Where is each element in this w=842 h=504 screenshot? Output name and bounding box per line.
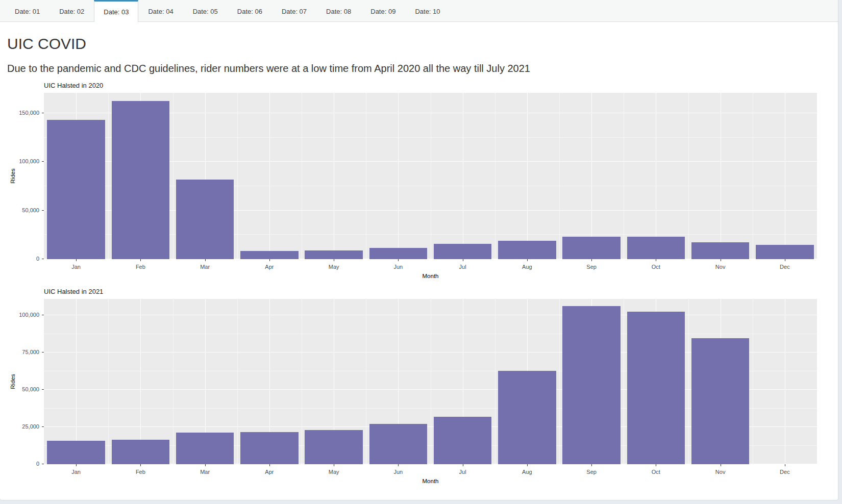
bar-sep xyxy=(562,306,621,464)
x-tick-label: Mar xyxy=(200,264,210,270)
bar-may xyxy=(305,430,363,464)
y-tick-label: 75,000 xyxy=(22,349,39,355)
gridline-vertical xyxy=(721,93,721,259)
bar-oct xyxy=(627,312,685,464)
y-tick-label: 50,000 xyxy=(22,387,39,392)
x-tick-label: Oct xyxy=(652,469,660,475)
tab-date-09[interactable]: Date: 09 xyxy=(361,0,405,21)
gridline-vertical-minor xyxy=(237,299,238,464)
x-tick-mark xyxy=(140,259,141,261)
gridline-vertical-minor xyxy=(688,93,689,259)
chart-uic-halsted-2021: UIC Halsted in 2021 Rides 025,00050,0007… xyxy=(7,288,831,485)
x-tick-label: Jun xyxy=(394,264,403,270)
x-tick-mark xyxy=(721,464,721,466)
gridline-vertical-minor xyxy=(495,299,496,464)
gridline-vertical-minor xyxy=(753,299,753,464)
gridline-vertical xyxy=(591,93,592,259)
gridline-vertical-minor xyxy=(302,299,302,464)
x-tick-mark xyxy=(398,259,399,261)
gridline-vertical-minor xyxy=(237,93,238,259)
plot-panel xyxy=(44,299,817,464)
gridline-vertical xyxy=(463,93,463,259)
x-tick-mark xyxy=(140,464,141,466)
x-tick-label: Oct xyxy=(652,264,660,270)
tab-bar: Date: 01Date: 02Date: 03Date: 04Date: 05… xyxy=(0,0,838,22)
x-tick-label: Dec xyxy=(780,469,790,475)
x-tick-mark xyxy=(269,259,270,261)
x-tick-label: Jun xyxy=(394,469,403,475)
x-tick-mark xyxy=(76,259,77,261)
x-tick-label: Jul xyxy=(459,469,466,475)
gridline-vertical-minor xyxy=(366,93,366,259)
x-tick-label: Feb xyxy=(136,469,145,475)
bar-dec xyxy=(756,245,814,259)
gridline-vertical-minor xyxy=(624,299,624,464)
chart-body: Rides 025,00050,00075,000100,000 JanFebM… xyxy=(7,299,817,485)
x-tick-label: May xyxy=(329,469,339,475)
gridline-vertical-minor xyxy=(495,93,496,259)
x-tick-mark xyxy=(205,464,206,466)
y-tick-label: 0 xyxy=(36,256,39,262)
gridline-vertical-minor xyxy=(559,299,560,464)
tab-date-04[interactable]: Date: 04 xyxy=(138,0,183,21)
bar-jan xyxy=(47,120,105,259)
bar-jun xyxy=(369,424,428,464)
main-content: UIC COVID Due to the pandemic and CDC gu… xyxy=(0,35,838,485)
x-tick-label: Apr xyxy=(265,469,274,475)
gridline-vertical-minor xyxy=(173,299,174,464)
bar-apr xyxy=(240,251,299,259)
gridline-vertical-minor xyxy=(302,93,302,259)
x-tick-mark xyxy=(721,259,721,261)
bar-aug xyxy=(498,241,556,259)
bar-feb xyxy=(112,440,170,464)
x-tick-label: Sep xyxy=(586,469,597,475)
tab-date-06[interactable]: Date: 06 xyxy=(228,0,272,21)
x-tick-label: Dec xyxy=(780,264,790,270)
gridline-vertical-minor xyxy=(108,299,109,464)
x-tick-mark xyxy=(591,464,592,466)
tab-date-05[interactable]: Date: 05 xyxy=(183,0,228,21)
x-tick-label: Sep xyxy=(586,264,597,270)
y-tick-label: 150,000 xyxy=(19,110,39,116)
gridline-vertical xyxy=(527,93,528,259)
gridline-vertical xyxy=(334,93,334,259)
x-tick-mark xyxy=(76,464,77,466)
y-tick-label: 100,000 xyxy=(19,312,39,318)
bar-oct xyxy=(627,237,685,259)
x-tick-mark xyxy=(269,464,270,466)
tab-date-01[interactable]: Date: 01 xyxy=(5,0,49,21)
tab-date-03[interactable]: Date: 03 xyxy=(94,0,138,22)
x-axis-ticks xyxy=(44,464,817,467)
gridline-vertical xyxy=(76,299,77,464)
x-axis-ticks xyxy=(44,259,817,262)
gridline-vertical-minor xyxy=(366,299,366,464)
x-tick-label: Feb xyxy=(136,264,145,270)
gridline-vertical-minor xyxy=(688,299,689,464)
tab-date-08[interactable]: Date: 08 xyxy=(316,0,361,21)
tab-date-02[interactable]: Date: 02 xyxy=(49,0,94,21)
page-title: UIC COVID xyxy=(7,35,831,53)
gridline-vertical-minor xyxy=(431,93,431,259)
bar-jan xyxy=(47,441,105,464)
x-tick-mark xyxy=(205,259,206,261)
tab-date-10[interactable]: Date: 10 xyxy=(405,0,450,21)
x-tick-label: Jan xyxy=(71,264,81,270)
y-axis-title: Rides xyxy=(7,93,18,259)
y-tick-label: 50,000 xyxy=(22,208,39,213)
gridline-vertical xyxy=(785,299,785,464)
x-tick-mark xyxy=(527,259,528,261)
chart-title: UIC Halsted in 2021 xyxy=(44,288,831,295)
bar-may xyxy=(305,250,363,259)
app-window: Date: 01Date: 02Date: 03Date: 04Date: 05… xyxy=(0,0,838,500)
y-axis-title-text: Rides xyxy=(10,374,16,389)
x-tick-label: Nov xyxy=(715,264,726,270)
bar-feb xyxy=(112,101,170,259)
tab-date-07[interactable]: Date: 07 xyxy=(272,0,316,21)
gridline-vertical-minor xyxy=(753,93,753,259)
gridline-vertical xyxy=(656,93,656,259)
x-axis-title: Month xyxy=(44,478,817,485)
y-tick-label: 0 xyxy=(36,461,39,467)
x-tick-label: Jan xyxy=(71,469,81,475)
x-axis-title: Month xyxy=(44,273,817,280)
y-tick-label: 25,000 xyxy=(22,424,39,430)
